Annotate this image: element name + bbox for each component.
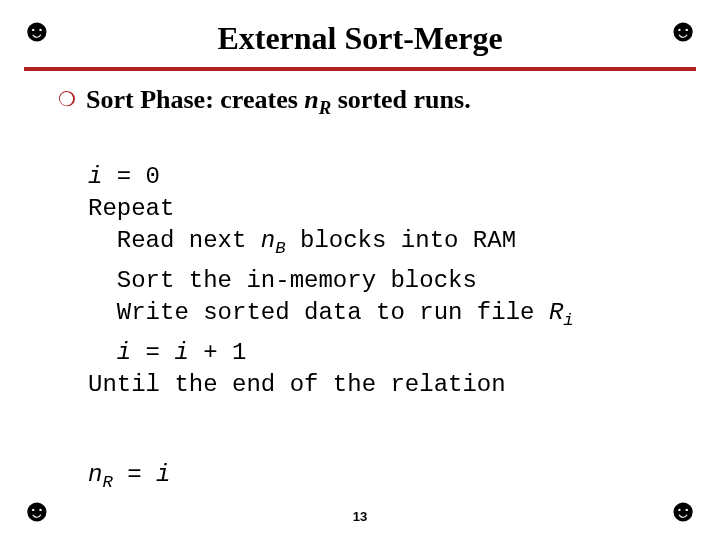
subscript: B [275, 239, 285, 258]
code-text: n [261, 227, 275, 254]
bullet-icon: ❍ [58, 85, 86, 113]
code-text: Until the end of the relation [88, 371, 506, 398]
code-text: i [156, 461, 170, 488]
code-text: = [113, 461, 156, 488]
bullet-row: ❍ Sort Phase: creates nR sorted runs. [58, 85, 690, 123]
subscript: R [319, 97, 331, 118]
code-text [88, 339, 117, 366]
subscript: R [102, 473, 112, 492]
slide: ☻ ☻ ☻ ☻ External Sort-Merge ❍ Sort Phase… [0, 0, 720, 540]
page-number: 13 [0, 509, 720, 524]
corner-icon: ☻ [20, 14, 54, 46]
code-text: Read next [88, 227, 261, 254]
code-text: i [88, 163, 102, 190]
code-text: + 1 [189, 339, 247, 366]
code-text: blocks into RAM [286, 227, 516, 254]
text: Sort Phase: creates [86, 85, 304, 114]
code-text: = 0 [102, 163, 160, 190]
code-text: R [549, 299, 563, 326]
code-text: Repeat [88, 195, 174, 222]
text: sorted runs. [331, 85, 470, 114]
code-text: n [88, 461, 102, 488]
slide-title: External Sort-Merge [30, 20, 690, 57]
code-text: Sort the in-memory blocks [88, 267, 477, 294]
slide-body: ❍ Sort Phase: creates nR sorted runs. i … [30, 85, 690, 531]
title-rule [24, 67, 696, 71]
code-text: = [131, 339, 174, 366]
code-text: Write sorted data to run file [88, 299, 549, 326]
code-block: i = 0 Repeat Read next nB blocks into RA… [88, 129, 690, 530]
code-text: i [117, 339, 131, 366]
subscript: i [563, 311, 573, 330]
spacer [88, 401, 690, 427]
code-text: i [174, 339, 188, 366]
text: n [304, 85, 318, 114]
bullet-text: Sort Phase: creates nR sorted runs. [86, 85, 471, 123]
corner-icon: ☻ [666, 14, 700, 46]
